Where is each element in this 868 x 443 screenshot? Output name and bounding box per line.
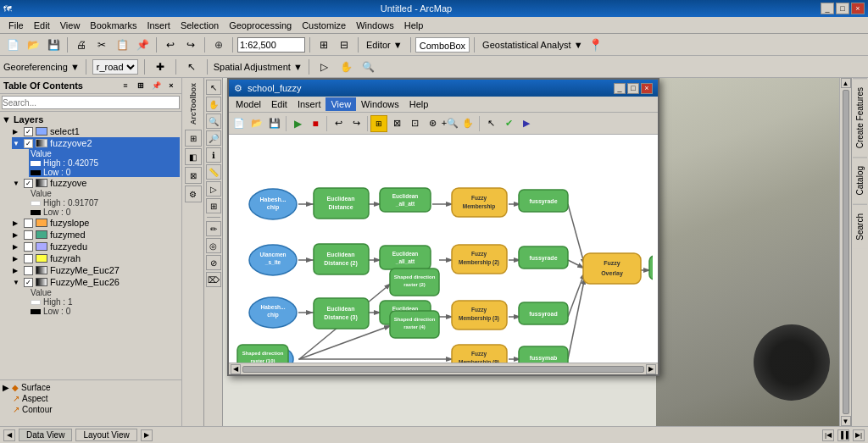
dialog-menu-model[interactable]: Model — [231, 97, 266, 111]
map-tool-zoomin[interactable]: 🔍 — [206, 114, 221, 129]
print-btn[interactable]: 🖨 — [72, 36, 91, 54]
undo-btn[interactable]: ↩ — [161, 36, 180, 54]
dialog-minimize-btn[interactable]: _ — [614, 83, 626, 94]
geostat-label[interactable]: Geostatistical Analyst ▼ — [479, 40, 587, 50]
atb-btn-2[interactable]: ◧ — [185, 148, 202, 165]
map-tool-pan[interactable]: ✋ — [206, 97, 221, 112]
tab-create-features[interactable]: Create Features — [853, 78, 867, 157]
dialog-canvas[interactable]: Habesh... chip Ulancmen _s_ite Habesh...… — [229, 135, 658, 363]
map-tool-layer[interactable]: ⊞ — [206, 198, 221, 213]
dlg-scroll-left-btn[interactable]: ◀ — [231, 364, 241, 374]
maximize-btn[interactable]: □ — [836, 3, 849, 14]
layer-expand-arrow-7[interactable]: ▶ — [13, 255, 21, 263]
tab-layout-view[interactable]: Layout View — [75, 429, 136, 441]
dlg-redo-btn[interactable]: ↪ — [348, 115, 364, 132]
pause-btn[interactable]: ▐▐ — [837, 429, 849, 441]
bottom-scroll-right[interactable]: ▶ — [141, 429, 153, 441]
zoom-in-btn[interactable]: 🔍 — [359, 58, 378, 76]
bottom-scroll-left[interactable]: ◀ — [3, 429, 15, 441]
pan-tool-btn[interactable]: ✋ — [337, 58, 356, 76]
layer-checkbox-6[interactable] — [24, 242, 33, 252]
map-vscrollbar[interactable]: ▲ ▼ — [839, 78, 851, 426]
arrow-tool-btn[interactable]: ↖ — [182, 58, 201, 76]
new-btn[interactable]: 📄 — [3, 36, 22, 54]
layer-checkbox-9[interactable]: ✓ — [24, 278, 33, 287]
layer-checkbox-8[interactable] — [24, 266, 33, 275]
dlg-save-btn[interactable]: 💾 — [266, 115, 283, 132]
zoom-layer-btn[interactable]: ⊟ — [335, 36, 353, 54]
map-tool-zoomout[interactable]: 🔎 — [206, 130, 221, 146]
toc-list-view-btn[interactable]: ≡ — [119, 80, 132, 91]
map-scroll-up-btn[interactable]: ▲ — [841, 78, 851, 88]
layer-fuzzyove2[interactable]: ▼ ✓ fuzzyove2 — [12, 137, 180, 149]
map-tool-split[interactable]: ⊘ — [206, 255, 221, 270]
layer-expand-arrow-4[interactable]: ▶ — [13, 219, 21, 227]
menu-edit[interactable]: Edit — [29, 19, 55, 32]
dlg-run-btn[interactable]: ▶ — [289, 115, 306, 132]
map-canvas[interactable]: GIStech.in ⚙ school_fuzzy _ □ × Model Ed — [223, 78, 851, 426]
layer-checkbox[interactable]: ✓ — [24, 127, 33, 136]
toc-source-view-btn[interactable]: ⊞ — [134, 80, 147, 91]
dlg-new-btn[interactable]: 📄 — [231, 115, 248, 132]
georef-label[interactable]: Georeferencing ▼ — [3, 62, 80, 72]
tab-data-view[interactable]: Data View — [19, 429, 72, 441]
toc-contour-item[interactable]: ↗ Contour — [12, 404, 180, 415]
layer-checkbox-3[interactable]: ✓ — [24, 179, 33, 188]
layer-expand-arrow-3[interactable]: ▼ — [13, 180, 21, 187]
spatial-adj-label[interactable]: Spatial Adjustment ▼ — [214, 62, 303, 72]
layer-fuzzyeuc27[interactable]: ▶ FuzzyMe_Euc27 — [12, 264, 180, 276]
toc-pin-btn[interactable]: 📌 — [149, 80, 163, 91]
map-tool-select[interactable]: ▷ — [206, 181, 221, 197]
atb-btn-4[interactable]: ⚙ — [185, 186, 202, 202]
dialog-menu-windows[interactable]: Windows — [356, 97, 404, 111]
dlg-select-btn[interactable]: ↖ — [482, 115, 499, 132]
copy-btn[interactable]: 📋 — [113, 36, 131, 54]
dlg-pan-btn[interactable]: ✋ — [459, 115, 476, 132]
close-btn[interactable]: × — [851, 3, 865, 14]
dlg-undo-btn[interactable]: ↩ — [330, 115, 347, 132]
map-tool-vertex[interactable]: ◎ — [206, 238, 221, 253]
layer-expand-arrow-6[interactable]: ▶ — [13, 243, 21, 251]
layer-fuzzyedu[interactable]: ▶ fuzzyedu — [12, 241, 180, 252]
cut-btn[interactable]: ✂ — [92, 36, 111, 54]
layer-fuzyslope[interactable]: ▶ fuzyslope — [12, 217, 180, 229]
menu-file[interactable]: File — [3, 19, 29, 32]
dlg-connect-btn[interactable]: ✔ — [500, 115, 517, 132]
open-btn[interactable]: 📂 — [24, 36, 42, 54]
layer-checkbox-4[interactable] — [24, 219, 33, 228]
layer-fuzzyove[interactable]: ▼ ✓ fuzzyove — [12, 177, 180, 189]
menu-windows[interactable]: Windows — [351, 19, 399, 32]
layer-select1[interactable]: ▶ ✓ select1 — [12, 125, 180, 137]
map-scroll-vthumb[interactable] — [843, 90, 849, 414]
scale-input[interactable] — [237, 37, 305, 53]
layer-fuzyrah[interactable]: ▶ fuzyrah — [12, 252, 180, 264]
dlg-stop-btn[interactable]: ■ — [307, 115, 324, 132]
paste-btn[interactable]: 📌 — [133, 36, 152, 54]
layer-expand-arrow-2[interactable]: ▼ — [13, 140, 21, 147]
dialog-menu-help[interactable]: Help — [404, 97, 434, 111]
play-btn[interactable]: |◀ — [822, 429, 834, 441]
dlg-fit-btn[interactable]: ⊡ — [406, 115, 423, 132]
georef-tool-btn[interactable]: ✚ — [151, 58, 170, 76]
tab-catalog[interactable]: Catalog — [853, 157, 867, 203]
layer-expand-arrow[interactable]: ▶ — [13, 128, 21, 136]
redo-btn[interactable]: ↪ — [181, 36, 200, 54]
dialog-hscrollbar[interactable]: ◀ ▶ — [229, 363, 658, 374]
dialog-menu-insert[interactable]: Insert — [292, 97, 326, 111]
menu-selection[interactable]: Selection — [175, 19, 224, 32]
dialog-menu-view[interactable]: View — [326, 97, 356, 111]
map-tool-arrow[interactable]: ↖ — [206, 80, 221, 95]
menu-view[interactable]: View — [55, 19, 86, 32]
minimize-btn[interactable]: _ — [821, 3, 834, 14]
select-tool-btn[interactable]: ▷ — [315, 58, 334, 76]
dlg-zoom-extent-btn[interactable]: ⊛ — [424, 115, 441, 132]
tab-search[interactable]: Search — [853, 204, 867, 249]
dialog-maximize-btn[interactable]: □ — [627, 83, 639, 94]
map-tool-identify[interactable]: ℹ — [206, 147, 221, 163]
editor-label[interactable]: Editor ▼ — [363, 40, 406, 50]
menu-customize[interactable]: Customize — [297, 19, 351, 32]
layers-group-header[interactable]: ▼ Layers — [2, 114, 180, 125]
atb-btn-1[interactable]: ⊞ — [185, 130, 202, 147]
layer-checkbox-5[interactable] — [24, 230, 33, 240]
dlg-zoom-in-btn[interactable]: +🔍 — [442, 115, 459, 132]
